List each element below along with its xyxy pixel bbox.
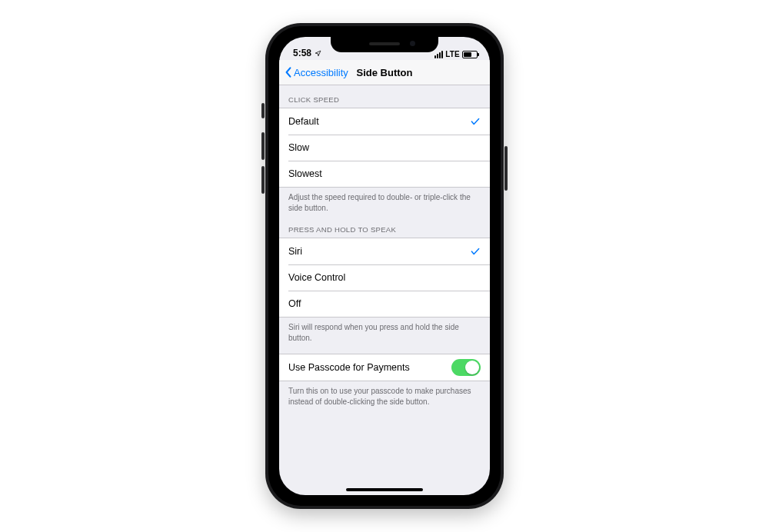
option-label: Slow (288, 142, 309, 153)
status-time: 5:58 (293, 48, 311, 58)
press-hold-option-voice-control[interactable]: Voice Control (279, 264, 490, 291)
click-speed-header: CLICK SPEED (279, 83, 490, 108)
side-button-hardware (504, 146, 508, 191)
network-label: LTE (445, 50, 460, 58)
mute-switch (261, 103, 265, 118)
option-label: Siri (288, 246, 302, 257)
option-label: Default (288, 116, 319, 127)
screen: 5:58 LTE Accessibility (279, 37, 490, 495)
signal-icon (434, 51, 443, 58)
press-hold-group: Siri Voice Control Off (279, 238, 490, 318)
press-hold-option-siri[interactable]: Siri (279, 238, 490, 264)
passcode-label: Use Passcode for Payments (288, 362, 410, 373)
passcode-group: Use Passcode for Payments (279, 354, 490, 381)
page-title: Side Button (357, 67, 413, 78)
phone-frame: 5:58 LTE Accessibility (265, 23, 504, 509)
volume-up-button (261, 132, 265, 160)
click-speed-option-default[interactable]: Default (279, 108, 490, 135)
click-speed-option-slowest[interactable]: Slowest (279, 161, 490, 187)
status-bar: 5:58 LTE (279, 37, 490, 60)
check-icon (470, 246, 481, 257)
press-hold-option-off[interactable]: Off (279, 291, 490, 317)
press-hold-header: PRESS AND HOLD TO SPEAK (279, 213, 490, 238)
click-speed-option-slow[interactable]: Slow (279, 135, 490, 161)
press-hold-footer: Siri will respond when you press and hol… (279, 318, 490, 343)
option-label: Voice Control (288, 272, 345, 283)
battery-icon (462, 51, 478, 58)
location-icon (315, 50, 321, 57)
volume-down-button (261, 166, 265, 194)
option-label: Off (288, 298, 301, 309)
option-label: Slowest (288, 168, 322, 179)
click-speed-group: Default Slow Slowest (279, 108, 490, 188)
nav-bar: Accessibility Side Button (279, 60, 490, 85)
home-indicator (346, 488, 423, 491)
passcode-footer: Turn this on to use your passcode to mak… (279, 381, 490, 407)
check-icon (470, 116, 481, 127)
content: CLICK SPEED Default Slow (279, 83, 490, 495)
back-button[interactable]: Accessibility (284, 60, 348, 85)
back-label: Accessibility (294, 67, 348, 78)
passcode-row[interactable]: Use Passcode for Payments (279, 354, 490, 381)
click-speed-footer: Adjust the speed required to double- or … (279, 188, 490, 213)
passcode-toggle[interactable] (451, 359, 481, 376)
chevron-left-icon (284, 66, 293, 78)
